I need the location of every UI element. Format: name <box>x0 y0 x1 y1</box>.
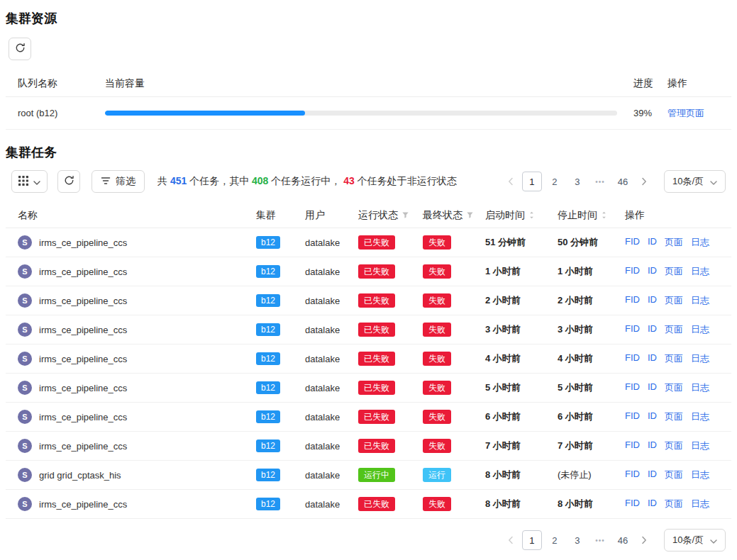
log-link[interactable]: 日志 <box>691 323 709 336</box>
row-actions: FID ID 页面 日志 <box>625 352 720 365</box>
final-status-cell: 失败 <box>423 293 485 308</box>
page-link[interactable]: 页面 <box>665 410 683 423</box>
id-link[interactable]: ID <box>648 236 657 249</box>
log-link[interactable]: 日志 <box>691 265 709 278</box>
page-button-3[interactable]: 3 <box>567 530 587 550</box>
log-link[interactable]: 日志 <box>691 236 709 249</box>
tasks-refresh-button[interactable] <box>57 170 80 193</box>
fid-link[interactable]: FID <box>625 410 640 423</box>
page-link[interactable]: 页面 <box>665 236 683 249</box>
manage-page-link[interactable]: 管理页面 <box>667 108 704 118</box>
page-link[interactable]: 页面 <box>665 294 683 307</box>
task-name: irms_ce_pipeline_ccs <box>39 267 127 277</box>
stop-time-sort-icon[interactable] <box>601 211 607 220</box>
fid-link[interactable]: FID <box>625 469 640 481</box>
cluster-badge: b12 <box>256 469 280 481</box>
id-link[interactable]: ID <box>648 498 657 510</box>
prev-page-button[interactable] <box>502 172 519 191</box>
log-link[interactable]: 日志 <box>691 381 709 394</box>
page-button-1[interactable]: 1 <box>522 172 542 191</box>
page-ellipsis[interactable]: ••• <box>590 530 610 550</box>
page-size-select[interactable]: 10条/页 <box>664 529 726 551</box>
fid-link[interactable]: FID <box>625 352 640 365</box>
id-link[interactable]: ID <box>648 352 657 365</box>
cluster-badge: b12 <box>256 323 280 336</box>
log-link[interactable]: 日志 <box>691 439 709 452</box>
page-link[interactable]: 页面 <box>665 352 683 365</box>
task-name-cell: S irms_ce_pipeline_ccs <box>18 293 256 308</box>
id-link[interactable]: ID <box>648 410 657 423</box>
fid-link[interactable]: FID <box>625 236 640 249</box>
cluster-tasks-title: 集群任务 <box>6 145 731 160</box>
column-settings-button[interactable] <box>11 170 48 193</box>
cluster-cell: b12 <box>256 410 305 423</box>
chevron-down-icon <box>33 176 40 187</box>
page-button-1[interactable]: 1 <box>522 530 542 550</box>
final-status-cell: 失败 <box>423 439 485 453</box>
col-name: 名称 <box>18 209 256 222</box>
stop-time: 6 小时前 <box>558 410 625 423</box>
spark-avatar: S <box>18 352 32 366</box>
page-button-46[interactable]: 46 <box>613 172 633 191</box>
col-progress: 进度 <box>633 77 667 90</box>
stop-time: 2 小时前 <box>558 294 625 307</box>
fid-link[interactable]: FID <box>625 381 640 394</box>
run-status-badge: 已失败 <box>358 264 395 279</box>
page-button-2[interactable]: 2 <box>545 172 565 191</box>
page-button-2[interactable]: 2 <box>545 530 565 550</box>
next-page-button[interactable] <box>636 530 653 550</box>
id-link[interactable]: ID <box>648 294 657 307</box>
page-size-select[interactable]: 10条/页 <box>664 170 726 193</box>
page-button-46[interactable]: 46 <box>613 530 633 550</box>
row-actions: FID ID 页面 日志 <box>625 323 720 336</box>
fid-link[interactable]: FID <box>625 498 640 510</box>
spark-avatar: S <box>18 264 32 279</box>
cluster-resources-section: 集群资源 队列名称 当前容量 进度 操作 root (b12) <box>6 11 731 130</box>
fid-link[interactable]: FID <box>625 294 640 307</box>
log-link[interactable]: 日志 <box>691 469 709 481</box>
run-status-badge: 已失败 <box>358 497 395 511</box>
start-time: 5 小时前 <box>485 381 558 394</box>
id-link[interactable]: ID <box>648 323 657 336</box>
id-link[interactable]: ID <box>648 439 657 452</box>
filter-button[interactable]: 筛选 <box>92 170 145 193</box>
task-count-summary: 共 451 个任务，其中 408 个任务运行中， 43 个任务处于非运行状态 <box>157 175 502 188</box>
log-link[interactable]: 日志 <box>691 410 709 423</box>
resources-refresh-button[interactable] <box>9 38 31 60</box>
page-link[interactable]: 页面 <box>665 323 683 336</box>
resources-table-header: 队列名称 当前容量 进度 操作 <box>6 70 731 97</box>
row-actions: FID ID 页面 日志 <box>625 381 720 394</box>
fid-link[interactable]: FID <box>625 265 640 278</box>
next-page-button[interactable] <box>636 172 653 191</box>
page-link[interactable]: 页面 <box>665 469 683 481</box>
table-row: S irms_ce_pipeline_ccs b12 datalake 已失败 … <box>6 228 731 257</box>
page-ellipsis[interactable]: ••• <box>590 172 610 191</box>
summary-text: 个任务运行中， <box>268 175 343 186</box>
col-actions: 操作 <box>625 209 720 222</box>
run-status-filter-icon[interactable] <box>401 211 409 219</box>
summary-text: 个任务处于非运行状态 <box>355 175 457 186</box>
user-cell: datalake <box>305 441 358 452</box>
table-row: S irms_ce_pipeline_ccs b12 datalake 已失败 … <box>6 490 731 519</box>
prev-page-button[interactable] <box>502 530 519 550</box>
log-link[interactable]: 日志 <box>691 498 709 510</box>
fid-link[interactable]: FID <box>625 323 640 336</box>
stop-time: 4 小时前 <box>558 352 625 365</box>
tasks-table-body: S irms_ce_pipeline_ccs b12 datalake 已失败 … <box>6 228 731 519</box>
id-link[interactable]: ID <box>648 469 657 481</box>
id-link[interactable]: ID <box>648 381 657 394</box>
run-status-badge: 已失败 <box>358 439 395 453</box>
final-status-badge: 失败 <box>423 410 451 424</box>
fid-link[interactable]: FID <box>625 439 640 452</box>
page-link[interactable]: 页面 <box>665 498 683 510</box>
final-status-filter-icon[interactable] <box>466 211 474 219</box>
log-link[interactable]: 日志 <box>691 352 709 365</box>
page-link[interactable]: 页面 <box>665 265 683 278</box>
page-link[interactable]: 页面 <box>665 439 683 452</box>
log-link[interactable]: 日志 <box>691 294 709 307</box>
page-button-3[interactable]: 3 <box>567 172 587 191</box>
page-link[interactable]: 页面 <box>665 381 683 394</box>
start-time-sort-icon[interactable] <box>528 211 535 220</box>
id-link[interactable]: ID <box>648 265 657 278</box>
user-cell: datalake <box>305 412 358 422</box>
